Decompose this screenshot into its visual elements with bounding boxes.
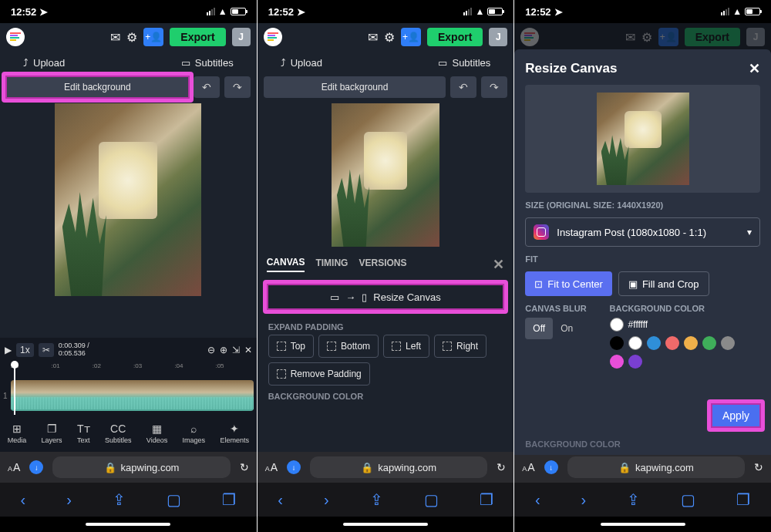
color-swatch[interactable]	[628, 336, 642, 350]
export-button[interactable]: Export	[170, 28, 225, 46]
pad-top[interactable]: Top	[268, 335, 314, 358]
gear-icon[interactable]: ⚙	[384, 30, 395, 45]
edit-background-button[interactable]: Edit background	[6, 76, 189, 98]
resize-canvas-button[interactable]: ▭→▯ Resize Canvas	[267, 284, 505, 310]
blur-segment: Off On	[525, 318, 586, 339]
zoom-out-icon[interactable]: ⊖	[207, 345, 215, 355]
color-swatch[interactable]	[721, 336, 735, 350]
color-swatch[interactable]	[684, 336, 698, 350]
forward-icon[interactable]: ›	[66, 491, 72, 509]
download-icon[interactable]: ↓	[287, 460, 301, 474]
fit-icon[interactable]: ⇲	[232, 345, 240, 355]
zoom-in-icon[interactable]: ⊕	[220, 345, 227, 355]
current-color[interactable]: #ffffff	[610, 318, 749, 332]
share-icon[interactable]: ⇪	[370, 490, 383, 509]
blur-on[interactable]: On	[553, 318, 581, 339]
timeline-track[interactable]: 1	[0, 376, 257, 415]
nav-media[interactable]: ⊞Media	[8, 423, 27, 444]
signal-icon	[207, 8, 215, 15]
fit-to-center-button[interactable]: ⊡Fit to Center	[525, 271, 612, 296]
size-select[interactable]: Instagram Post (1080x1080 - 1:1) ▾	[525, 217, 760, 247]
tab-versions[interactable]: VERSIONS	[359, 258, 406, 271]
text-size-button[interactable]: AA	[265, 461, 278, 473]
download-icon[interactable]: ↓	[544, 460, 558, 474]
play-button[interactable]: ▶	[5, 345, 12, 355]
split-button[interactable]: ✂	[39, 343, 54, 357]
tab-timing[interactable]: TIMING	[315, 258, 348, 271]
reload-icon[interactable]: ↻	[497, 461, 506, 473]
chat-icon[interactable]: ✉	[368, 30, 378, 45]
share-icon[interactable]: ⇪	[627, 490, 640, 509]
kapwing-logo[interactable]	[6, 28, 25, 46]
blur-off[interactable]: Off	[525, 318, 553, 339]
screenshot-1: 12:52➤ ▲ ✉ ⚙ +👤 Export J ⤴Upload ▭Subtit…	[0, 0, 257, 532]
nav-videos[interactable]: ▦Videos	[146, 423, 167, 444]
subtitles-button[interactable]: ▭Subtitles	[438, 57, 490, 69]
close-modal-icon[interactable]: ✕	[749, 60, 760, 77]
tabs-icon[interactable]: ❐	[222, 490, 236, 509]
timeline-clip[interactable]	[11, 380, 254, 411]
back-icon[interactable]: ‹	[278, 491, 283, 509]
back-icon[interactable]: ‹	[535, 491, 540, 509]
undo-button[interactable]: ↶	[450, 76, 476, 98]
url-field[interactable]: 🔒kapwing.com	[567, 456, 745, 478]
invite-button[interactable]: +👤	[401, 28, 421, 46]
export-button[interactable]: Export	[427, 28, 483, 46]
apply-button[interactable]: Apply	[712, 404, 760, 427]
pad-right[interactable]: Right	[434, 335, 487, 358]
pad-remove[interactable]: Remove Padding	[268, 362, 370, 386]
nav-images[interactable]: ⌕Images	[183, 423, 206, 444]
undo-button[interactable]: ↶	[194, 76, 220, 98]
color-swatch[interactable]	[610, 355, 624, 369]
nav-elements[interactable]: ✦Elements	[220, 423, 249, 444]
url-field[interactable]: 🔒kapwing.com	[310, 456, 487, 478]
invite-button[interactable]: +👤	[143, 28, 163, 46]
user-avatar[interactable]: J	[489, 28, 507, 46]
redo-button[interactable]: ↷	[481, 76, 507, 98]
share-icon[interactable]: ⇪	[113, 490, 126, 509]
pad-left[interactable]: Left	[383, 335, 429, 358]
close-panel-icon[interactable]: ✕	[493, 256, 504, 273]
redo-button[interactable]: ↷	[224, 76, 251, 98]
sub-toolbar: ⤴Upload ▭Subtitles	[0, 51, 257, 74]
color-swatch[interactable]	[628, 355, 642, 369]
tab-canvas[interactable]: CANVAS	[267, 257, 305, 272]
nav-layers[interactable]: ❐Layers	[42, 423, 62, 444]
user-avatar[interactable]: J	[232, 28, 251, 46]
nav-text[interactable]: TᴛText	[77, 423, 90, 444]
tabs-icon[interactable]: ❐	[736, 490, 750, 509]
color-swatch[interactable]	[647, 336, 661, 350]
bookmarks-icon[interactable]: ▢	[681, 490, 695, 509]
gear-icon[interactable]: ⚙	[126, 30, 137, 45]
subtitles-button[interactable]: ▭Subtitles	[181, 57, 234, 69]
forward-icon[interactable]: ›	[581, 491, 587, 509]
speed-toggle[interactable]: 1x	[16, 343, 34, 357]
close-timeline-icon[interactable]: ✕	[244, 345, 252, 355]
text-size-button[interactable]: AA	[8, 461, 20, 473]
forward-icon[interactable]: ›	[324, 491, 329, 509]
upload-button[interactable]: ⤴Upload	[23, 57, 65, 69]
home-indicator	[514, 517, 771, 532]
fill-and-crop-button[interactable]: ▣Fill and Crop	[618, 271, 709, 296]
bookmarks-icon[interactable]: ▢	[424, 490, 439, 509]
playhead[interactable]	[14, 362, 15, 415]
reload-icon[interactable]: ↻	[240, 461, 249, 473]
reload-icon[interactable]: ↻	[754, 461, 763, 473]
kapwing-logo[interactable]	[264, 28, 282, 46]
upload-button[interactable]: ⤴Upload	[281, 57, 322, 69]
bookmarks-icon[interactable]: ▢	[167, 490, 181, 509]
tabs-icon[interactable]: ❐	[480, 490, 493, 509]
canvas-preview[interactable]	[0, 100, 257, 338]
color-swatch[interactable]	[702, 336, 716, 350]
download-icon[interactable]: ↓	[29, 460, 43, 474]
url-field[interactable]: 🔒kapwing.com	[52, 456, 230, 478]
canvas-preview[interactable]	[258, 100, 514, 251]
color-swatch[interactable]	[665, 336, 679, 350]
back-icon[interactable]: ‹	[21, 491, 26, 509]
nav-subtitles[interactable]: CCSubtitles	[105, 423, 132, 444]
pad-bottom[interactable]: Bottom	[318, 335, 379, 358]
edit-background-button[interactable]: Edit background	[264, 76, 446, 98]
text-size-button[interactable]: AA	[522, 461, 534, 473]
color-swatch[interactable]	[610, 336, 624, 350]
chat-icon[interactable]: ✉	[110, 30, 120, 45]
